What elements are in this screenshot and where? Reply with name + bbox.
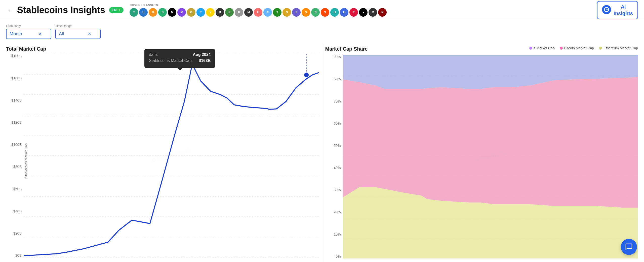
- legend-label: Ethereum Market Cap: [603, 46, 638, 50]
- ai-icon-inner: AI: [604, 7, 609, 12]
- asset-icon-8: Y: [206, 8, 215, 17]
- svg-marker-24: [343, 77, 638, 208]
- legend-dot: [529, 47, 532, 50]
- asset-icon-15: T: [273, 8, 281, 17]
- free-badge: FREE: [109, 7, 124, 13]
- asset-icon-24: ●: [359, 8, 368, 17]
- right-chart-area: 90%80%70%60%50%40%30%20%10%0% ⊕ TheBlock: [325, 55, 638, 262]
- y-axis-label: 30%: [325, 188, 343, 192]
- time-range-value: All: [59, 31, 64, 37]
- time-range-filter: Time Range All ✕: [55, 24, 101, 39]
- page-title: Stablecoins Insights: [17, 5, 105, 15]
- asset-icon-23: T: [349, 8, 358, 17]
- charts-container: Total Market Cap $180B$160B$140B$120B$10…: [0, 43, 644, 262]
- asset-icon-26: K: [378, 8, 387, 17]
- asset-icon-10: E: [225, 8, 234, 17]
- right-y-axis: 90%80%70%60%50%40%30%20%10%0%: [325, 55, 343, 258]
- asset-icon-20: S: [321, 8, 329, 17]
- asset-icon-13: U: [254, 8, 262, 17]
- left-chart-wrapper: Total Market Cap $180B$160B$140B$120B$10…: [6, 43, 319, 262]
- y-axis-label: $0B: [6, 253, 24, 257]
- tooltip-cap-label: Stablecoins Market Cap:: [149, 58, 193, 63]
- asset-icon-21: H: [330, 8, 339, 17]
- asset-icon-16: S: [283, 8, 291, 17]
- y-axis-label: $120B: [6, 120, 24, 124]
- ai-insights-label: AI Insights: [614, 4, 633, 17]
- tooltip-arrow: [177, 68, 182, 71]
- right-x-axis: Jan 2018Jan 2019Jan 2020Jan 2021Jan 2022…: [343, 259, 638, 262]
- left-x-axis: Jan 2018Jan 2019Jan 2020Jan 2021Jan 2022…: [24, 258, 319, 262]
- asset-icon-4: M: [168, 8, 176, 17]
- asset-icon-3: S: [158, 8, 167, 17]
- asset-icon-19: S: [311, 8, 320, 17]
- y-axis-label: 70%: [325, 99, 343, 103]
- controls-bar: Granularity Month ✕ Time Range All ✕: [0, 20, 644, 43]
- y-axis-label: 10%: [325, 232, 343, 236]
- left-y-axis: $180B$160B$140B$120B$100B$80B$60B$40B$20…: [6, 54, 24, 257]
- legend-item: s Market Cap: [529, 46, 555, 50]
- tooltip-cap-value: $163B: [199, 58, 211, 63]
- asset-icon-6: G: [187, 8, 195, 17]
- granularity-clear[interactable]: ✕: [38, 31, 42, 36]
- asset-icon-12: M: [244, 8, 253, 17]
- legend-item: Bitcoin Market Cap: [560, 46, 594, 50]
- asset-icon-25: R: [369, 8, 377, 17]
- chat-button[interactable]: [621, 239, 637, 255]
- asset-icon-18: S: [302, 8, 310, 17]
- tooltip-date-value: Aug 2024: [193, 52, 211, 57]
- back-button[interactable]: ←: [6, 6, 14, 14]
- asset-icon-7: T: [196, 8, 205, 17]
- legend-dot: [560, 47, 563, 50]
- tooltip-date-row: date: Aug 2024: [149, 52, 211, 57]
- granularity-select[interactable]: Month ✕: [6, 29, 51, 39]
- ai-icon: AI: [602, 5, 611, 14]
- right-chart-header: Market Cap Share s Market CapBitcoin Mar…: [325, 46, 638, 54]
- asset-icon-17: F: [292, 8, 301, 17]
- legend-label: Bitcoin Market Cap: [564, 46, 594, 50]
- y-axis-label: 50%: [325, 144, 343, 148]
- right-chart-title: Market Cap Share: [325, 46, 368, 52]
- legend-label: s Market Cap: [534, 46, 555, 50]
- y-axis-label: 0%: [325, 254, 343, 258]
- y-axis-label: $180B: [6, 54, 24, 58]
- header: ← Stablecoins Insights FREE COVERED ASSE…: [0, 0, 644, 20]
- time-range-clear[interactable]: ✕: [88, 31, 91, 36]
- chat-icon: [625, 243, 633, 251]
- asset-icon-14: F: [263, 8, 272, 17]
- asset-icon-0: T: [130, 8, 138, 17]
- asset-icon-11: P: [235, 8, 243, 17]
- covered-assets-label: COVERED ASSETS: [130, 4, 158, 7]
- legend-dot: [599, 47, 602, 50]
- left-chart-svg-container: ⊕ IntoTheBlock: [24, 54, 319, 257]
- y-axis-label: $100B: [6, 143, 24, 147]
- y-axis-label: $140B: [6, 98, 24, 102]
- granularity-filter: Granularity Month ✕: [6, 24, 51, 39]
- asset-icon-1: U: [139, 8, 148, 17]
- granularity-label: Granularity: [6, 24, 51, 28]
- tooltip-date-label: date:: [149, 52, 158, 57]
- chart-tooltip: date: Aug 2024 Stablecoins Market Cap: $…: [144, 49, 215, 68]
- y-axis-label: 40%: [325, 166, 343, 170]
- asset-icon-2: B: [149, 8, 157, 17]
- asset-icon-22: U: [340, 8, 348, 17]
- right-chart-wrapper: Market Cap Share s Market CapBitcoin Mar…: [325, 43, 638, 262]
- y-axis-label: $80B: [6, 165, 24, 169]
- y-axis-label: 90%: [325, 55, 343, 59]
- y-axis-label: 80%: [325, 77, 343, 81]
- chart-divider: [322, 43, 322, 262]
- legend-item: Ethereum Market Cap: [599, 46, 638, 50]
- y-axis-label: 20%: [325, 210, 343, 214]
- time-range-label: Time Range: [55, 24, 101, 28]
- right-chart-svg: [343, 55, 638, 258]
- left-chart-svg: [24, 54, 319, 257]
- granularity-value: Month: [10, 31, 22, 37]
- tooltip-cap-row: Stablecoins Market Cap: $163B: [149, 58, 211, 63]
- covered-assets-section: COVERED ASSETS TUBSMPGTYBEPMUFTSFSSSHUT●…: [130, 4, 597, 17]
- right-chart-svg-container: ⊕ TheBlock: [343, 55, 638, 258]
- y-axis-label: $160B: [6, 76, 24, 80]
- time-range-select[interactable]: All ✕: [55, 29, 101, 39]
- legend: s Market CapBitcoin Market CapEthereum M…: [529, 46, 638, 50]
- ai-insights-button[interactable]: AI AI Insights: [597, 1, 638, 19]
- y-axis-label: $40B: [6, 209, 24, 213]
- asset-icon-9: B: [216, 8, 224, 17]
